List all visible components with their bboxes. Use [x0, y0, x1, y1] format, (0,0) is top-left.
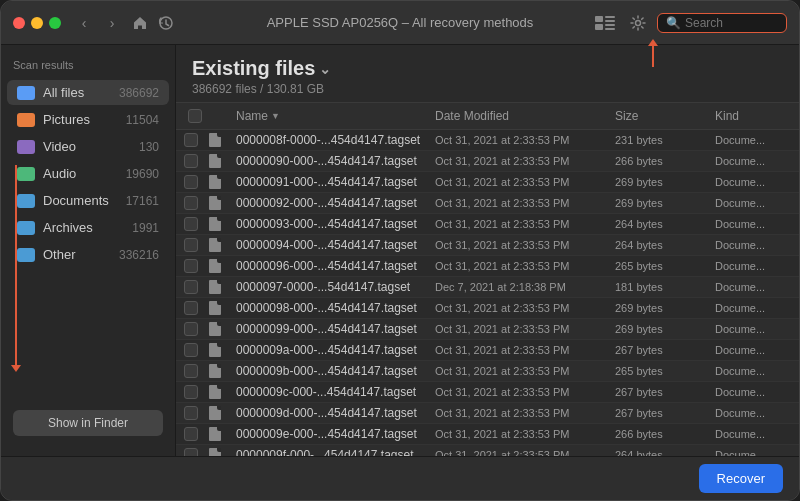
header-name[interactable]: Name ▼ [232, 107, 431, 125]
svg-rect-4 [595, 24, 603, 30]
row-checkbox[interactable] [184, 133, 198, 147]
sidebar-item-label: Audio [43, 166, 118, 181]
row-checkbox[interactable] [184, 364, 198, 378]
table-row[interactable]: 00000091-000-...454d4147.tagset Oct 31, … [176, 172, 799, 193]
row-checkbox[interactable] [184, 406, 198, 420]
row-icon-cell [208, 321, 222, 337]
sidebar-item-archives[interactable]: Archives 1991 [7, 215, 169, 240]
sidebar-footer: Show in Finder [1, 400, 175, 446]
row-date: Oct 31, 2021 at 2:33:53 PM [431, 176, 611, 188]
titlebar: ‹ › APPLE SSD AP0256Q – All recovery met… [1, 1, 799, 45]
row-checkbox-cell [184, 238, 208, 252]
table-row[interactable]: 00000093-000-...454d4147.tagset Oct 31, … [176, 214, 799, 235]
titlebar-actions: 🔍 [591, 12, 787, 34]
row-kind: Docume... [711, 260, 791, 272]
row-name: 0000009e-000-...454d4147.tagset [232, 427, 431, 441]
select-all-checkbox[interactable] [188, 109, 202, 123]
home-button[interactable] [129, 12, 151, 34]
sidebar-item-label: Video [43, 139, 131, 154]
traffic-lights [13, 17, 61, 29]
row-checkbox[interactable] [184, 322, 198, 336]
close-button[interactable] [13, 17, 25, 29]
row-checkbox[interactable] [184, 175, 198, 189]
sidebar-item-other[interactable]: Other 336216 [7, 242, 169, 267]
back-button[interactable]: ‹ [73, 12, 95, 34]
row-checkbox-cell [184, 196, 208, 210]
row-checkbox[interactable] [184, 301, 198, 315]
table-row[interactable]: 00000090-000-...454d4147.tagset Oct 31, … [176, 151, 799, 172]
settings-button[interactable] [627, 12, 649, 34]
row-kind: Docume... [711, 344, 791, 356]
table-row[interactable]: 00000094-000-...454d4147.tagset Oct 31, … [176, 235, 799, 256]
row-date: Oct 31, 2021 at 2:33:53 PM [431, 344, 611, 356]
row-checkbox[interactable] [184, 385, 198, 399]
history-button[interactable] [155, 12, 177, 34]
dropdown-arrow-icon[interactable]: ⌄ [319, 61, 331, 77]
table-row[interactable]: 0000009e-000-...454d4147.tagset Oct 31, … [176, 424, 799, 445]
file-icon [209, 154, 221, 168]
table-row[interactable]: 0000097-0000-...54d4147.tagset Dec 7, 20… [176, 277, 799, 298]
table-row[interactable]: 00000099-000-...454d4147.tagset Oct 31, … [176, 319, 799, 340]
row-checkbox[interactable] [184, 448, 198, 456]
row-checkbox[interactable] [184, 238, 198, 252]
row-kind: Docume... [711, 428, 791, 440]
row-kind: Docume... [711, 134, 791, 146]
table-row[interactable]: 0000009a-000-...454d4147.tagset Oct 31, … [176, 340, 799, 361]
row-checkbox-cell [184, 154, 208, 168]
table-row[interactable]: 0000009b-000-...454d4147.tagset Oct 31, … [176, 361, 799, 382]
row-date: Oct 31, 2021 at 2:33:53 PM [431, 134, 611, 146]
view-toggle-button[interactable] [591, 12, 619, 34]
row-checkbox-cell [184, 175, 208, 189]
sidebar-item-label: All files [43, 85, 111, 100]
table-row[interactable]: 00000098-000-...454d4147.tagset Oct 31, … [176, 298, 799, 319]
sidebar-item-label: Documents [43, 193, 118, 208]
row-icon-cell [208, 132, 222, 148]
row-name: 0000008f-0000-...454d4147.tagset [232, 133, 431, 147]
search-input[interactable] [685, 16, 785, 30]
header-checkbox-col [184, 107, 208, 125]
row-icon-cell [208, 195, 222, 211]
table-row[interactable]: 0000009c-000-...454d4147.tagset Oct 31, … [176, 382, 799, 403]
sidebar: Scan results All files 386692 Pictures 1… [1, 45, 176, 456]
table-row[interactable]: 00000096-000-...454d4147.tagset Oct 31, … [176, 256, 799, 277]
show-in-finder-button[interactable]: Show in Finder [13, 410, 163, 436]
row-date: Oct 31, 2021 at 2:33:53 PM [431, 386, 611, 398]
row-checkbox[interactable] [184, 280, 198, 294]
sidebar-item-audio[interactable]: Audio 19690 [7, 161, 169, 186]
sidebar-item-documents[interactable]: Documents 17161 [7, 188, 169, 213]
file-icon [209, 448, 221, 456]
row-size: 264 bytes [611, 449, 711, 456]
forward-button[interactable]: › [101, 12, 123, 34]
row-date: Oct 31, 2021 at 2:33:53 PM [431, 155, 611, 167]
file-icon [209, 196, 221, 210]
file-icon [209, 175, 221, 189]
minimize-button[interactable] [31, 17, 43, 29]
row-checkbox[interactable] [184, 259, 198, 273]
header-date[interactable]: Date Modified [431, 107, 611, 125]
row-checkbox[interactable] [184, 196, 198, 210]
row-checkbox[interactable] [184, 343, 198, 357]
file-table: Name ▼ Date Modified Size Kind [176, 102, 799, 456]
row-checkbox[interactable] [184, 427, 198, 441]
recover-button[interactable]: Recover [699, 464, 783, 493]
row-size: 266 bytes [611, 155, 711, 167]
row-checkbox[interactable] [184, 154, 198, 168]
table-row[interactable]: 0000009f-000-...454d4147.tagset Oct 31, … [176, 445, 799, 456]
table-row[interactable]: 00000092-000-...454d4147.tagset Oct 31, … [176, 193, 799, 214]
window-title: APPLE SSD AP0256Q – All recovery methods [267, 15, 534, 30]
svg-rect-6 [605, 28, 615, 30]
sidebar-item-all-files[interactable]: All files 386692 [7, 80, 169, 105]
row-size: 267 bytes [611, 407, 711, 419]
maximize-button[interactable] [49, 17, 61, 29]
sidebar-item-video[interactable]: Video 130 [7, 134, 169, 159]
search-box[interactable]: 🔍 [657, 13, 787, 33]
row-name: 00000090-000-...454d4147.tagset [232, 154, 431, 168]
header-size[interactable]: Size [611, 107, 711, 125]
table-row[interactable]: 0000008f-0000-...454d4147.tagset Oct 31,… [176, 130, 799, 151]
table-row[interactable]: 0000009d-000-...454d4147.tagset Oct 31, … [176, 403, 799, 424]
header-kind[interactable]: Kind [711, 107, 791, 125]
row-icon-cell [208, 153, 222, 169]
row-checkbox[interactable] [184, 217, 198, 231]
sidebar-item-pictures[interactable]: Pictures 11504 [7, 107, 169, 132]
file-icon [209, 427, 221, 441]
